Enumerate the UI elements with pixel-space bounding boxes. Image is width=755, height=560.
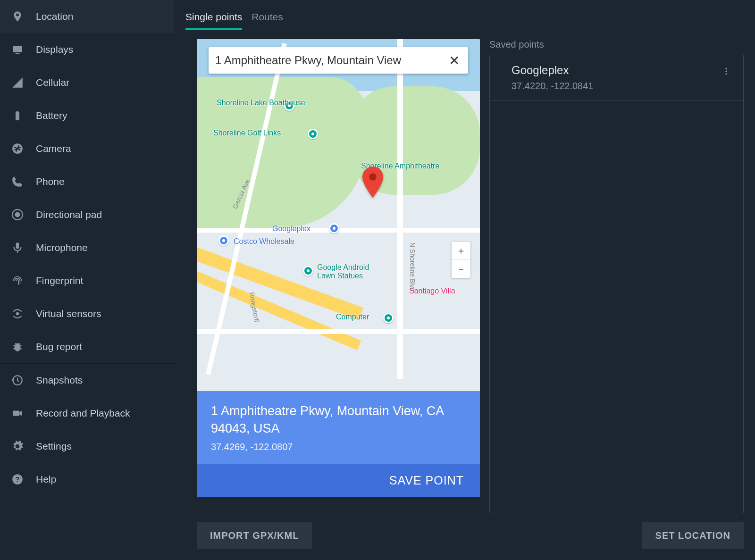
sidebar-item-label: Fingerprint bbox=[36, 275, 83, 286]
mic-icon bbox=[11, 242, 24, 254]
battery-icon bbox=[11, 109, 24, 122]
tab-routes[interactable]: Routes bbox=[252, 8, 283, 30]
svg-point-13 bbox=[369, 173, 376, 180]
import-gpx-button[interactable]: IMPORT GPX/KML bbox=[197, 522, 312, 549]
save-point-button[interactable]: SAVE POINT bbox=[197, 464, 480, 497]
sidebar-item-label: Snapshots bbox=[36, 375, 83, 386]
sidebar-item-label: Settings bbox=[36, 441, 72, 452]
location-pin-icon bbox=[11, 10, 24, 23]
sidebar-item-label: Directional pad bbox=[36, 209, 102, 220]
saved-point-coords: 37.4220, -122.0841 bbox=[512, 81, 719, 92]
sidebar-item-cellular[interactable]: Cellular bbox=[0, 66, 174, 99]
signal-icon bbox=[11, 76, 24, 89]
sidebar-item-label: Phone bbox=[36, 176, 65, 187]
sidebar-item-label: Help bbox=[36, 474, 56, 485]
tabs: Single points Routes bbox=[174, 0, 755, 30]
sidebar-item-record[interactable]: Record and Playback bbox=[0, 397, 174, 430]
video-icon bbox=[11, 407, 24, 419]
aperture-icon bbox=[11, 142, 24, 155]
poi-shoreline-lake: Shoreline Lake Boathouse bbox=[217, 99, 305, 107]
clear-search-icon[interactable]: ✕ bbox=[447, 53, 461, 68]
sidebar-item-fingerprint[interactable]: Fingerprint bbox=[0, 264, 174, 297]
svg-rect-7 bbox=[16, 242, 19, 249]
svg-point-6 bbox=[16, 213, 20, 217]
sidebar-item-phone[interactable]: Phone bbox=[0, 165, 174, 198]
zoom-control: ＋ － bbox=[452, 242, 470, 278]
sidebar-item-label: Microphone bbox=[36, 242, 88, 253]
tab-single-points[interactable]: Single points bbox=[185, 8, 242, 30]
sidebar-item-label: Camera bbox=[36, 143, 71, 154]
sidebar-item-label: Bug report bbox=[36, 341, 82, 352]
sidebar-item-snapshots[interactable]: Snapshots bbox=[0, 364, 174, 397]
footer: IMPORT GPX/KML SET LOCATION bbox=[174, 513, 755, 560]
poi-googleplex: Googleplex bbox=[272, 225, 310, 233]
bug-icon bbox=[11, 341, 24, 353]
sidebar-item-label: Location bbox=[36, 11, 73, 22]
help-icon: ? bbox=[11, 473, 24, 485]
saved-point-item[interactable]: Googleplex 37.4220, -122.0841 bbox=[490, 55, 743, 100]
svg-point-15 bbox=[725, 70, 727, 72]
svg-rect-3 bbox=[17, 111, 18, 112]
sidebar-item-label: Displays bbox=[36, 44, 73, 55]
sidebar-item-microphone[interactable]: Microphone bbox=[0, 231, 174, 264]
poi-costco: Costco Wholesale bbox=[234, 237, 294, 246]
sidebar-item-help[interactable]: ? Help bbox=[0, 463, 174, 496]
sidebar-item-camera[interactable]: Camera bbox=[0, 132, 174, 165]
saved-points-header: Saved points bbox=[489, 39, 744, 50]
fingerprint-icon bbox=[11, 275, 24, 287]
display-icon bbox=[11, 43, 24, 56]
sidebar-item-bugreport[interactable]: Bug report bbox=[0, 330, 174, 363]
saved-point-name: Googleplex bbox=[512, 64, 719, 77]
svg-point-8 bbox=[17, 313, 18, 315]
map-pin-icon bbox=[362, 167, 384, 200]
selected-location-panel: 1 Amphitheatre Pkwy, Mountain View, CA 9… bbox=[197, 391, 480, 464]
sidebar: Location Displays Cellular Battery Camer… bbox=[0, 0, 174, 560]
poi-shoreline-golf: Shoreline Golf Links bbox=[213, 129, 281, 137]
more-options-icon[interactable] bbox=[719, 64, 734, 81]
sidebar-item-dpad[interactable]: Directional pad bbox=[0, 198, 174, 231]
svg-rect-1 bbox=[16, 53, 20, 54]
sidebar-item-battery[interactable]: Battery bbox=[0, 99, 174, 132]
search-input[interactable] bbox=[215, 54, 447, 67]
svg-rect-0 bbox=[13, 46, 22, 52]
main-panel: Single points Routes bbox=[174, 0, 755, 560]
selected-coords: 37.4269, -122.0807 bbox=[211, 442, 466, 452]
svg-rect-2 bbox=[16, 112, 19, 120]
phone-icon bbox=[11, 176, 24, 188]
svg-point-16 bbox=[725, 73, 727, 75]
svg-rect-10 bbox=[13, 411, 19, 416]
selected-address: 1 Amphitheatre Pkwy, Mountain View, CA 9… bbox=[211, 402, 466, 437]
map-search-bar: ✕ bbox=[209, 47, 468, 74]
sidebar-item-location[interactable]: Location bbox=[0, 0, 174, 33]
poi-computer: Computer bbox=[336, 313, 369, 321]
set-location-button[interactable]: SET LOCATION bbox=[642, 522, 744, 549]
saved-points-list: Googleplex 37.4220, -122.0841 bbox=[489, 55, 744, 513]
sidebar-item-sensors[interactable]: Virtual sensors bbox=[0, 297, 174, 330]
dpad-icon bbox=[11, 209, 24, 221]
map[interactable]: Shoreline Lake Boathouse Shoreline Golf … bbox=[197, 39, 480, 497]
sidebar-item-label: Cellular bbox=[36, 77, 69, 88]
svg-point-9 bbox=[15, 343, 21, 351]
sidebar-item-displays[interactable]: Displays bbox=[0, 33, 174, 66]
poi-android-statues: Google Android Lawn Statues bbox=[317, 263, 369, 280]
zoom-out-button[interactable]: － bbox=[452, 260, 470, 278]
zoom-in-button[interactable]: ＋ bbox=[452, 242, 470, 260]
gear-icon bbox=[11, 440, 24, 452]
history-icon bbox=[11, 374, 24, 386]
sensors-icon bbox=[11, 308, 24, 320]
sidebar-item-label: Battery bbox=[36, 110, 67, 121]
sidebar-item-label: Virtual sensors bbox=[36, 308, 101, 319]
svg-point-14 bbox=[725, 68, 727, 69]
svg-text:?: ? bbox=[15, 475, 19, 483]
sidebar-item-settings[interactable]: Settings bbox=[0, 430, 174, 463]
road-shoreline-blvd: N Shoreline Blvd bbox=[409, 242, 416, 292]
sidebar-item-label: Record and Playback bbox=[36, 408, 130, 419]
